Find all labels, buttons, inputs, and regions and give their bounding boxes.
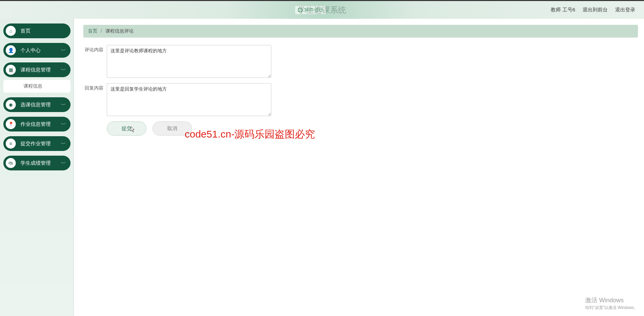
sidebar-item-grade-manage[interactable]: 🛍 学生成绩管理 ﹀ [3,156,71,170]
button-row: 提交 取消 [83,121,638,136]
top-header: ✓ 操作成功 学生选课系统 教师 工号6 退出到前台 退出登录 [0,0,644,19]
chevron-down-icon: ﹀ [61,141,66,146]
sidebar-item-submit-manage[interactable]: ≡ 提交作业管理 ﹀ [3,136,71,151]
form-row-comment: 评论内容 [83,45,638,78]
windows-activation-line1: 激活 Windows [585,296,638,304]
sidebar-item-label: 选课信息管理 [20,102,51,108]
main-content: 首页 / 课程信息评论 评论内容 回复内容 提交 取消 [74,19,644,316]
sidebar-item-label: 提交作业管理 [20,141,51,147]
breadcrumb-current: 课程信息评论 [105,28,134,34]
chevron-down-icon: ﹀ [61,161,66,166]
form-row-reply: 回复内容 [83,83,638,116]
sidebar-item-profile[interactable]: 👤 个人中心 ﹀ [3,43,71,58]
reply-label: 回复内容 [83,83,103,91]
breadcrumb-home-link[interactable]: 首页 [88,28,97,34]
sidebar-subitem-course-info[interactable]: 课程信息 [3,80,71,93]
disc-icon: ◉ [6,100,16,110]
home-icon: ⌂ [6,26,16,36]
sidebar-item-home[interactable]: ⌂ 首页 [3,23,71,38]
sidebar-item-course-manage[interactable]: ▦ 课程信息管理 ﹀ [3,62,71,77]
sidebar-submenu-course: 课程信息 [3,80,71,93]
sidebar-item-homework-manage[interactable]: 📍 作业信息管理 ﹀ [3,117,71,131]
windows-activation-notice: 激活 Windows 转到"设置"以激活 Windows。 [585,296,638,311]
sidebar-item-label: 个人中心 [20,47,41,54]
sidebar: ⌂ 首页 👤 个人中心 ﹀ ▦ 课程信息管理 ﹀ 课程信息 ◉ 选课信息管理 ﹀… [0,19,74,316]
chevron-down-icon: ﹀ [61,67,66,72]
breadcrumb-separator: / [101,28,102,34]
pin-icon: 📍 [6,119,16,129]
sidebar-item-label: 作业信息管理 [20,121,51,127]
user-label-link[interactable]: 教师 工号6 [551,7,575,13]
submit-button[interactable]: 提交 [107,121,146,136]
system-title: 学生选课系统 [298,5,346,15]
logout-link[interactable]: 退出登录 [615,7,635,13]
sidebar-item-label: 课程信息管理 [20,67,51,73]
grid-icon: ▦ [6,65,16,75]
sidebar-item-selection-manage[interactable]: ◉ 选课信息管理 ﹀ [3,97,71,112]
cancel-button[interactable]: 取消 [152,121,192,136]
sidebar-item-label: 首页 [20,28,31,34]
chevron-down-icon: ﹀ [61,122,66,127]
reply-textarea[interactable] [107,83,271,116]
exit-to-front-link[interactable]: 退出到前台 [583,7,608,13]
breadcrumb: 首页 / 课程信息评论 [83,25,638,38]
comment-textarea[interactable] [107,45,271,78]
bag-icon: 🛍 [6,158,16,168]
comment-label: 评论内容 [83,45,103,53]
user-icon: 👤 [6,45,16,55]
windows-activation-line2: 转到"设置"以激活 Windows。 [585,305,638,311]
sidebar-item-label: 学生成绩管理 [20,160,51,166]
chevron-down-icon: ﹀ [61,48,66,53]
chevron-down-icon: ﹀ [61,102,66,107]
list-icon: ≡ [6,139,16,149]
